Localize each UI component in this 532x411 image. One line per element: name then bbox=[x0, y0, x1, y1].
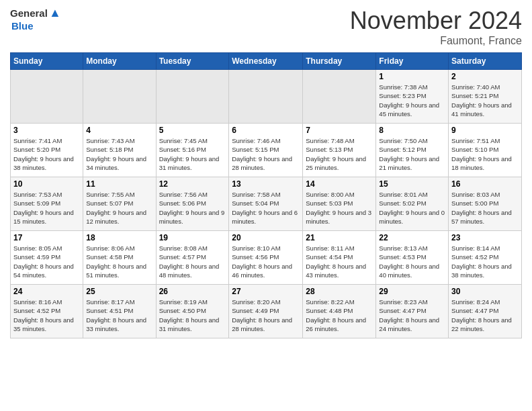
calendar-cell: 28Sunrise: 8:22 AMSunset: 4:48 PMDayligh… bbox=[303, 285, 376, 338]
day-number: 24 bbox=[13, 287, 80, 296]
day-info: Sunrise: 8:06 AMSunset: 4:58 PMDaylight:… bbox=[86, 244, 152, 279]
day-number: 12 bbox=[159, 179, 226, 189]
logo-general: General bbox=[10, 8, 48, 19]
day-number: 8 bbox=[379, 126, 445, 135]
day-number: 17 bbox=[13, 233, 80, 242]
calendar-cell: 27Sunrise: 8:20 AMSunset: 4:49 PMDayligh… bbox=[229, 285, 303, 338]
calendar-cell bbox=[303, 70, 376, 124]
day-number: 10 bbox=[13, 179, 80, 189]
day-info: Sunrise: 8:23 AMSunset: 4:47 PMDaylight:… bbox=[379, 298, 445, 333]
page-header: General ▲ Blue November 2024 Faumont, Fr… bbox=[10, 7, 522, 47]
day-info: Sunrise: 7:50 AMSunset: 5:12 PMDaylight:… bbox=[379, 136, 445, 172]
day-number: 5 bbox=[159, 126, 226, 135]
day-number: 23 bbox=[451, 233, 519, 242]
calendar-cell: 25Sunrise: 8:17 AMSunset: 4:51 PMDayligh… bbox=[83, 285, 156, 338]
calendar-cell: 3Sunrise: 7:41 AMSunset: 5:20 PMDaylight… bbox=[11, 124, 83, 177]
day-number: 22 bbox=[379, 233, 445, 242]
day-info: Sunrise: 8:10 AMSunset: 4:56 PMDaylight:… bbox=[232, 244, 300, 279]
logo-blue: Blue bbox=[11, 20, 34, 32]
calendar-cell: 21Sunrise: 8:11 AMSunset: 4:54 PMDayligh… bbox=[303, 231, 376, 285]
logo-bird-icon: ▲ bbox=[49, 7, 61, 20]
day-number: 6 bbox=[232, 126, 300, 135]
header-monday: Monday bbox=[83, 53, 156, 70]
calendar-cell: 14Sunrise: 8:00 AMSunset: 5:03 PMDayligh… bbox=[303, 177, 376, 231]
week-row-1: 1Sunrise: 7:38 AMSunset: 5:23 PMDaylight… bbox=[11, 70, 522, 124]
calendar-cell: 6Sunrise: 7:46 AMSunset: 5:15 PMDaylight… bbox=[229, 124, 303, 177]
week-row-5: 24Sunrise: 8:16 AMSunset: 4:52 PMDayligh… bbox=[11, 285, 522, 338]
calendar-cell: 9Sunrise: 7:51 AMSunset: 5:10 PMDaylight… bbox=[449, 124, 522, 177]
header-tuesday: Tuesday bbox=[156, 53, 229, 70]
day-info: Sunrise: 8:05 AMSunset: 4:59 PMDaylight:… bbox=[13, 244, 80, 279]
day-info: Sunrise: 8:01 AMSunset: 5:02 PMDaylight:… bbox=[379, 190, 445, 226]
day-number: 15 bbox=[379, 179, 445, 189]
calendar-cell: 20Sunrise: 8:10 AMSunset: 4:56 PMDayligh… bbox=[229, 231, 303, 285]
calendar-cell: 19Sunrise: 8:08 AMSunset: 4:57 PMDayligh… bbox=[156, 231, 229, 285]
day-info: Sunrise: 7:45 AMSunset: 5:16 PMDaylight:… bbox=[159, 136, 226, 172]
calendar-cell bbox=[11, 70, 83, 124]
calendar-cell bbox=[83, 70, 156, 124]
calendar-cell: 22Sunrise: 8:13 AMSunset: 4:53 PMDayligh… bbox=[376, 231, 449, 285]
calendar-cell: 7Sunrise: 7:48 AMSunset: 5:13 PMDaylight… bbox=[303, 124, 376, 177]
day-number: 16 bbox=[451, 179, 519, 189]
day-number: 9 bbox=[451, 126, 519, 135]
day-info: Sunrise: 8:14 AMSunset: 4:52 PMDaylight:… bbox=[451, 244, 519, 279]
header-thursday: Thursday bbox=[303, 53, 376, 70]
day-info: Sunrise: 8:20 AMSunset: 4:49 PMDaylight:… bbox=[232, 298, 300, 333]
day-number: 27 bbox=[232, 287, 300, 296]
calendar-cell: 10Sunrise: 7:53 AMSunset: 5:09 PMDayligh… bbox=[11, 177, 83, 231]
day-number: 30 bbox=[451, 287, 519, 296]
day-number: 14 bbox=[306, 179, 373, 189]
day-number: 11 bbox=[86, 179, 152, 189]
calendar-cell: 30Sunrise: 8:24 AMSunset: 4:47 PMDayligh… bbox=[449, 285, 522, 338]
calendar-cell: 15Sunrise: 8:01 AMSunset: 5:02 PMDayligh… bbox=[376, 177, 449, 231]
day-number: 19 bbox=[159, 233, 226, 242]
calendar-cell: 24Sunrise: 8:16 AMSunset: 4:52 PMDayligh… bbox=[11, 285, 83, 338]
logo: General ▲ Blue bbox=[10, 7, 61, 32]
week-row-3: 10Sunrise: 7:53 AMSunset: 5:09 PMDayligh… bbox=[11, 177, 522, 231]
day-info: Sunrise: 7:41 AMSunset: 5:20 PMDaylight:… bbox=[13, 136, 80, 172]
title-section: November 2024 Faumont, France bbox=[350, 7, 522, 47]
day-number: 1 bbox=[379, 72, 445, 81]
day-info: Sunrise: 8:08 AMSunset: 4:57 PMDaylight:… bbox=[159, 244, 226, 279]
day-info: Sunrise: 7:40 AMSunset: 5:21 PMDaylight:… bbox=[451, 83, 519, 118]
day-info: Sunrise: 7:48 AMSunset: 5:13 PMDaylight:… bbox=[306, 136, 373, 172]
main-container: General ▲ Blue November 2024 Faumont, Fr… bbox=[0, 0, 532, 345]
calendar-cell: 16Sunrise: 8:03 AMSunset: 5:00 PMDayligh… bbox=[449, 177, 522, 231]
day-number: 25 bbox=[86, 287, 152, 296]
day-info: Sunrise: 7:55 AMSunset: 5:07 PMDaylight:… bbox=[86, 190, 152, 226]
day-number: 2 bbox=[451, 72, 519, 81]
calendar-cell: 23Sunrise: 8:14 AMSunset: 4:52 PMDayligh… bbox=[449, 231, 522, 285]
day-number: 26 bbox=[159, 287, 226, 296]
day-number: 29 bbox=[379, 287, 445, 296]
day-info: Sunrise: 8:00 AMSunset: 5:03 PMDaylight:… bbox=[306, 190, 373, 226]
calendar-cell: 5Sunrise: 7:45 AMSunset: 5:16 PMDaylight… bbox=[156, 124, 229, 177]
day-number: 28 bbox=[306, 287, 373, 296]
header-wednesday: Wednesday bbox=[229, 53, 303, 70]
day-info: Sunrise: 7:43 AMSunset: 5:18 PMDaylight:… bbox=[86, 136, 152, 172]
day-number: 4 bbox=[86, 126, 152, 135]
day-number: 18 bbox=[86, 233, 152, 242]
logo-text: General ▲ Blue bbox=[10, 7, 61, 32]
calendar-cell: 17Sunrise: 8:05 AMSunset: 4:59 PMDayligh… bbox=[11, 231, 83, 285]
calendar-cell: 1Sunrise: 7:38 AMSunset: 5:23 PMDaylight… bbox=[376, 70, 449, 124]
day-info: Sunrise: 7:56 AMSunset: 5:06 PMDaylight:… bbox=[159, 190, 226, 226]
day-info: Sunrise: 8:24 AMSunset: 4:47 PMDaylight:… bbox=[451, 298, 519, 333]
calendar-cell: 8Sunrise: 7:50 AMSunset: 5:12 PMDaylight… bbox=[376, 124, 449, 177]
day-info: Sunrise: 7:53 AMSunset: 5:09 PMDaylight:… bbox=[13, 190, 80, 226]
calendar-cell: 26Sunrise: 8:19 AMSunset: 4:50 PMDayligh… bbox=[156, 285, 229, 338]
day-number: 3 bbox=[13, 126, 80, 135]
header-friday: Friday bbox=[376, 53, 449, 70]
day-info: Sunrise: 7:58 AMSunset: 5:04 PMDaylight:… bbox=[232, 190, 300, 226]
day-number: 13 bbox=[232, 179, 300, 189]
header-sunday: Sunday bbox=[11, 53, 83, 70]
day-info: Sunrise: 7:51 AMSunset: 5:10 PMDaylight:… bbox=[451, 136, 519, 172]
day-number: 20 bbox=[232, 233, 300, 242]
calendar-table: SundayMondayTuesdayWednesdayThursdayFrid… bbox=[10, 52, 522, 338]
day-info: Sunrise: 8:16 AMSunset: 4:52 PMDaylight:… bbox=[13, 298, 80, 333]
calendar-cell: 18Sunrise: 8:06 AMSunset: 4:58 PMDayligh… bbox=[83, 231, 156, 285]
day-info: Sunrise: 8:19 AMSunset: 4:50 PMDaylight:… bbox=[159, 298, 226, 333]
location: Faumont, France bbox=[350, 35, 522, 47]
day-info: Sunrise: 8:11 AMSunset: 4:54 PMDaylight:… bbox=[306, 244, 373, 279]
calendar-cell: 29Sunrise: 8:23 AMSunset: 4:47 PMDayligh… bbox=[376, 285, 449, 338]
calendar-cell: 13Sunrise: 7:58 AMSunset: 5:04 PMDayligh… bbox=[229, 177, 303, 231]
